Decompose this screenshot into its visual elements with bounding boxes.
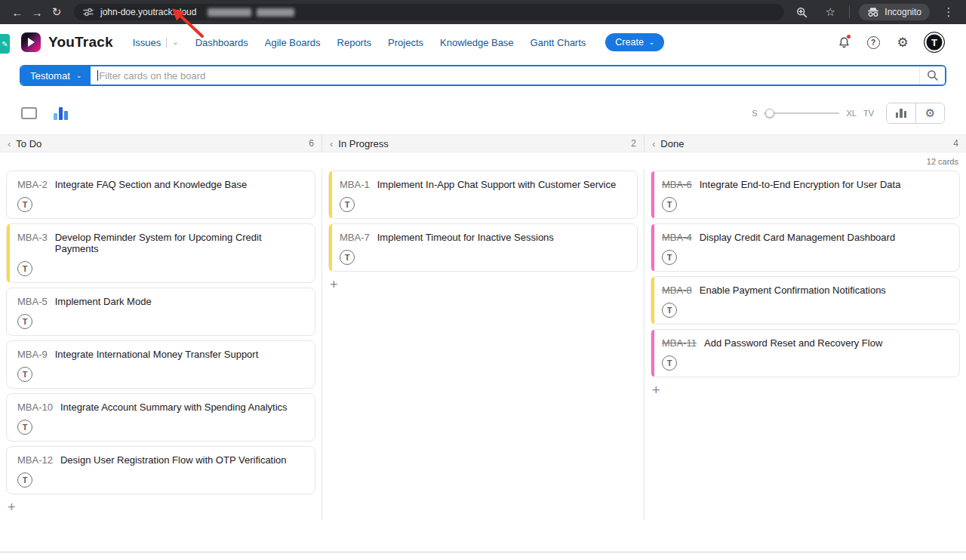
assignee-avatar[interactable]: T <box>17 367 32 382</box>
user-avatar[interactable]: T <box>924 32 945 53</box>
zoom-icon[interactable] <box>792 2 811 22</box>
avatar-letter: T <box>345 200 350 209</box>
settings-gear-icon[interactable]: ⚙ <box>894 34 911 51</box>
feedback-tab[interactable]: ✎ <box>0 34 10 54</box>
redacted-url-segment <box>208 8 294 17</box>
card-list: MBA-2 Integrate FAQ Section and Knowledg… <box>6 171 315 494</box>
assignee-avatar[interactable]: T <box>340 197 355 212</box>
issue-id[interactable]: MBA-10 <box>17 402 53 413</box>
issue-id[interactable]: MBA-7 <box>340 232 370 243</box>
footer-divider <box>0 552 966 552</box>
column-collapse-icon[interactable]: ‹ <box>8 138 11 149</box>
issue-id[interactable]: MBA-3 <box>17 232 48 243</box>
browser-toolbar: ← → ↻ john-doe.youtrack.cloud ☆ <box>0 0 966 24</box>
issue-id[interactable]: MBA-12 <box>17 454 53 466</box>
issue-card[interactable]: MBA-8 Enable Payment Confirmation Notifi… <box>651 276 960 325</box>
issue-card[interactable]: MBA-1 Implement In-App Chat Support with… <box>328 171 638 219</box>
issue-card[interactable]: MBA-3 Develop Reminder System for Upcomi… <box>6 223 315 283</box>
column-title: To Do <box>16 138 42 149</box>
column-collapse-icon[interactable]: ‹ <box>652 138 655 149</box>
board-selector-button[interactable]: Testomat ⌄ <box>21 66 91 85</box>
issue-id[interactable]: MBA-4 <box>662 232 692 243</box>
assignee-avatar[interactable]: T <box>662 355 677 371</box>
issue-card[interactable]: MBA-2 Integrate FAQ Section and Knowledg… <box>6 171 315 219</box>
issue-id[interactable]: MBA-2 <box>17 179 48 190</box>
notification-dot <box>847 35 851 38</box>
issue-card[interactable]: MBA-9 Integrate International Money Tran… <box>6 340 315 389</box>
assignee-avatar[interactable]: T <box>17 261 32 276</box>
avatar-letter: T <box>667 358 672 368</box>
chart-view-icon[interactable] <box>54 107 68 120</box>
card-list: MBA-6 Integrate End-to-End Encryption fo… <box>651 171 960 377</box>
chart-button[interactable] <box>887 103 915 123</box>
issue-id[interactable]: MBA-8 <box>662 285 692 296</box>
tune-icon[interactable] <box>83 7 94 17</box>
nav-item-issues[interactable]: Issues <box>133 37 162 48</box>
nav-item-dashboards[interactable]: Dashboards <box>195 37 248 48</box>
issue-id[interactable]: MBA-6 <box>662 179 692 190</box>
incognito-badge: Incognito <box>859 4 930 20</box>
browser-reload-button[interactable]: ↻ <box>47 2 66 22</box>
issue-card[interactable]: MBA-12 Design User Registration Flow wit… <box>6 446 315 494</box>
board-columns: MBA-2 Integrate FAQ Section and Knowledg… <box>0 169 966 520</box>
board-view-icon[interactable] <box>21 107 37 119</box>
nav-item-agile-boards[interactable]: Agile Boards <box>265 37 321 48</box>
issue-id[interactable]: MBA-9 <box>17 349 48 360</box>
add-card-button[interactable]: + <box>6 500 18 514</box>
issue-card[interactable]: MBA-4 Display Credit Card Management Das… <box>651 223 960 272</box>
column-header[interactable]: ‹ To Do 6 <box>0 135 321 152</box>
issue-card[interactable]: MBA-10 Integrate Account Summary with Sp… <box>6 393 315 442</box>
filter-cards-input[interactable] <box>99 70 912 82</box>
assignee-avatar[interactable]: T <box>17 420 32 435</box>
assignee-avatar[interactable]: T <box>17 472 32 488</box>
board-settings-button[interactable]: ⚙ <box>915 103 944 123</box>
slider-knob[interactable] <box>765 109 774 118</box>
issue-title: Design User Registration Flow with OTP V… <box>60 454 287 466</box>
url-text[interactable]: john-doe.youtrack.cloud <box>100 7 196 17</box>
bookmark-star-icon[interactable]: ☆ <box>820 2 840 22</box>
issue-id[interactable]: MBA-5 <box>17 296 48 307</box>
nav-item-knowledge-base[interactable]: Knowledge Base <box>440 37 514 48</box>
column-collapse-icon[interactable]: ‹ <box>330 138 333 149</box>
browser-back-button[interactable]: ← <box>8 2 27 22</box>
search-icon <box>927 69 939 82</box>
board-filter-bar: Testomat ⌄ <box>20 65 946 86</box>
create-button[interactable]: Create ⌄ <box>605 33 664 51</box>
search-button[interactable] <box>919 66 945 85</box>
nav-item-projects[interactable]: Projects <box>388 37 423 48</box>
issue-card[interactable]: MBA-7 Implement Timeout for Inactive Ses… <box>328 223 638 272</box>
issue-title: Integrate International Money Transfer S… <box>55 349 259 360</box>
address-bar[interactable]: john-doe.youtrack.cloud <box>74 4 784 20</box>
assignee-avatar[interactable]: T <box>340 250 355 265</box>
issue-title: Integrate FAQ Section and Knowledge Base <box>55 179 247 190</box>
browser-forward-button[interactable]: → <box>27 2 47 22</box>
assignee-avatar[interactable]: T <box>17 197 32 212</box>
add-card-button[interactable]: + <box>651 383 663 397</box>
assignee-avatar[interactable]: T <box>662 250 677 265</box>
assignee-avatar[interactable]: T <box>662 197 677 212</box>
issue-card[interactable]: MBA-5 Implement Dark Mode T <box>6 288 315 336</box>
issues-dropdown-icon[interactable]: ⌄ <box>172 38 178 46</box>
issue-card[interactable]: MBA-11 Add Password Reset and Recovery F… <box>651 329 960 377</box>
issue-id[interactable]: MBA-1 <box>340 179 370 190</box>
notifications-bell-icon[interactable] <box>835 34 852 51</box>
column-header[interactable]: ‹ In Progress 2 <box>321 135 644 152</box>
issue-accent <box>7 224 10 282</box>
issue-title: Implement Dark Mode <box>55 296 152 307</box>
column-title: Done <box>660 138 684 149</box>
card-size-slider[interactable] <box>764 112 839 114</box>
add-card-button[interactable]: + <box>328 278 340 291</box>
help-icon[interactable]: ? <box>865 34 881 51</box>
issue-id[interactable]: MBA-11 <box>662 337 697 349</box>
tv-mode-label[interactable]: TV <box>863 109 874 118</box>
youtrack-logo-icon[interactable] <box>21 32 41 52</box>
column-count: 6 <box>309 138 314 149</box>
column-header[interactable]: ‹ Done 4 <box>644 135 966 152</box>
nav-item-reports[interactable]: Reports <box>337 37 372 48</box>
assignee-avatar[interactable]: T <box>662 303 677 318</box>
bar-chart-icon <box>896 109 907 118</box>
assignee-avatar[interactable]: T <box>17 314 32 329</box>
issue-card[interactable]: MBA-6 Integrate End-to-End Encryption fo… <box>651 171 960 219</box>
browser-menu-icon[interactable]: ⋮ <box>939 2 958 22</box>
nav-item-gantt-charts[interactable]: Gantt Charts <box>531 37 586 48</box>
